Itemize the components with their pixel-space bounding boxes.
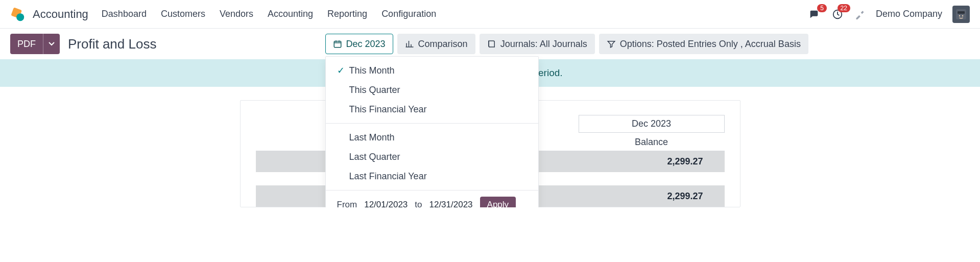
page-title: Profit and Loss bbox=[68, 36, 156, 52]
report-amount: 2,299.27 bbox=[579, 191, 725, 202]
nav-reporting[interactable]: Reporting bbox=[327, 9, 367, 19]
period-option-label: Last Financial Year bbox=[349, 171, 427, 182]
pdf-button[interactable]: PDF bbox=[10, 34, 43, 54]
period-last-month[interactable]: ✓ Last Month bbox=[326, 128, 538, 147]
period-this-quarter[interactable]: ✓ This Quarter bbox=[326, 80, 538, 100]
nav-customers[interactable]: Customers bbox=[161, 9, 205, 19]
options-filter[interactable]: Options: Posted Entries Only , Accrual B… bbox=[599, 34, 808, 54]
book-icon bbox=[487, 39, 496, 49]
period-option-label: This Financial Year bbox=[349, 104, 427, 115]
avatar-icon bbox=[955, 8, 967, 20]
svg-rect-7 bbox=[334, 41, 341, 47]
svg-point-1 bbox=[16, 13, 24, 21]
activities-button[interactable]: 22 bbox=[831, 8, 844, 20]
debug-button[interactable] bbox=[854, 8, 866, 20]
period-option-label: Last Quarter bbox=[349, 152, 400, 162]
column-balance-header: Balance bbox=[579, 133, 725, 151]
range-to-label: to bbox=[415, 200, 422, 207]
svg-point-5 bbox=[959, 15, 960, 16]
period-option-label: This Month bbox=[349, 65, 395, 76]
period-option-label: This Quarter bbox=[349, 85, 400, 96]
svg-rect-3 bbox=[956, 9, 966, 19]
period-this-month[interactable]: ✓ This Month bbox=[326, 61, 538, 80]
period-option-label: Last Month bbox=[349, 132, 395, 143]
calendar-icon bbox=[333, 39, 342, 49]
period-filter-label: Dec 2023 bbox=[346, 39, 386, 50]
caret-down-icon bbox=[49, 42, 55, 46]
logo-icon bbox=[10, 7, 26, 22]
nav-dashboard[interactable]: Dashboard bbox=[102, 9, 147, 19]
app-logo[interactable] bbox=[10, 7, 26, 22]
comparison-filter[interactable]: Comparison bbox=[397, 34, 475, 54]
range-to-value[interactable]: 12/31/2023 bbox=[429, 200, 472, 207]
app-name[interactable]: Accounting bbox=[33, 8, 88, 21]
bar-chart-icon bbox=[405, 39, 414, 49]
column-period-chip[interactable]: Dec 2023 bbox=[579, 115, 725, 133]
nav-vendors[interactable]: Vendors bbox=[220, 9, 253, 19]
range-from-value[interactable]: 12/01/2023 bbox=[364, 200, 408, 207]
company-switcher[interactable]: Demo Company bbox=[876, 9, 942, 19]
options-filter-label: Options: Posted Entries Only , Accrual B… bbox=[620, 39, 801, 50]
period-this-financial-year[interactable]: ✓ This Financial Year bbox=[326, 100, 538, 119]
period-last-quarter[interactable]: ✓ Last Quarter bbox=[326, 147, 538, 166]
svg-point-6 bbox=[962, 15, 963, 16]
range-from-label: From bbox=[337, 200, 357, 207]
filter-icon bbox=[607, 39, 616, 49]
period-last-financial-year[interactable]: ✓ Last Financial Year bbox=[326, 166, 538, 186]
messages-badge: 5 bbox=[817, 4, 827, 12]
activities-badge: 22 bbox=[838, 4, 850, 12]
comparison-filter-label: Comparison bbox=[418, 39, 468, 50]
check-icon: ✓ bbox=[337, 65, 345, 76]
nav-accounting[interactable]: Accounting bbox=[268, 9, 313, 19]
nav-configuration[interactable]: Configuration bbox=[381, 9, 436, 19]
journals-filter-label: Journals: All Journals bbox=[500, 39, 587, 50]
report-amount: 2,299.27 bbox=[579, 156, 725, 167]
journals-filter[interactable]: Journals: All Journals bbox=[480, 34, 595, 54]
user-avatar[interactable] bbox=[952, 6, 970, 23]
pdf-dropdown-caret[interactable] bbox=[43, 34, 60, 54]
tools-icon bbox=[855, 9, 865, 19]
svg-rect-4 bbox=[958, 11, 965, 14]
messages-button[interactable]: 5 bbox=[807, 8, 821, 20]
pdf-button-group: PDF bbox=[10, 34, 60, 54]
period-dropdown: ✓ This Month ✓ This Quarter ✓ This Finan… bbox=[325, 56, 539, 207]
period-filter[interactable]: Dec 2023 bbox=[325, 34, 393, 54]
apply-button[interactable]: Apply bbox=[480, 197, 516, 207]
